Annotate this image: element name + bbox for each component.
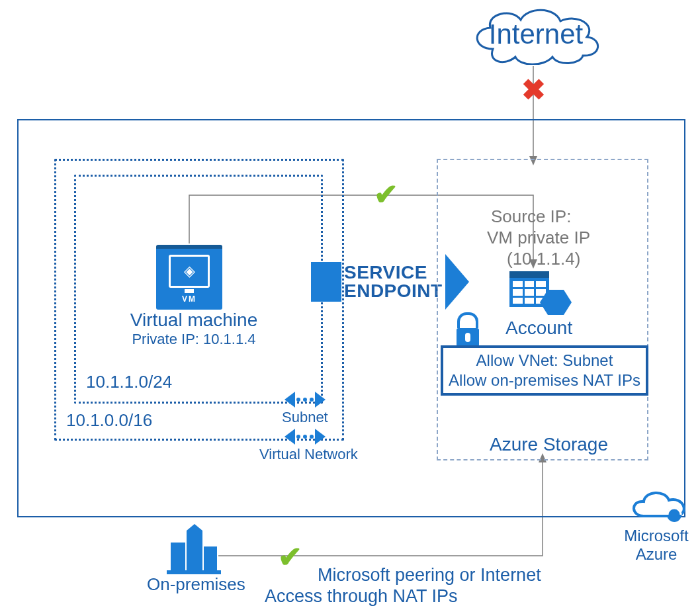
internet-label: Internet [466,19,605,50]
subnet-cidr: 10.1.1.0/24 [86,372,172,392]
azure-storage-box [437,159,648,460]
source-ip-line1: Source IP: [491,206,571,227]
diagram-canvas: Internet ✖ ◈ VM Virtual machine Private … [0,0,700,610]
check-icon: ✔ [374,177,398,211]
vm-icon: ◈ VM [156,245,222,310]
azure-brand-line2: Azure [617,545,696,564]
internet-cloud: Internet [466,4,605,67]
vm-title: Virtual machine [124,310,263,331]
azure-brand-line1: Microsoft [617,527,696,545]
service-endpoint-line1: SERVICE [344,263,443,282]
svg-rect-8 [204,546,217,572]
azure-cloud-icon [622,487,695,527]
acl-line1: Allow VNet: Subnet [447,351,642,370]
svg-rect-6 [187,531,202,572]
storage-acl-box: Allow VNet: Subnet Allow on-premises NAT… [441,345,648,396]
source-ip-line2: VM private IP [487,228,590,248]
acl-line2: Allow on-premises NAT IPs [447,370,642,390]
peering-line1: Microsoft peering or Internet [318,565,541,586]
svg-marker-7 [187,524,202,531]
check-icon: ✔ [278,540,302,574]
peering-line2: Access through NAT IPs [265,586,458,607]
vm-private-ip: Private IP: 10.1.1.4 [124,331,263,348]
vm-tile-caption: VM [182,294,197,304]
subnet-label: Subnet [282,409,328,426]
service-endpoint-line2: ENDPOINT [344,282,443,300]
lock-icon [457,312,479,347]
source-ip-line3: (10.1.1.4) [507,249,580,269]
cross-icon: ✖ [521,73,546,107]
buildings-icon [164,524,224,577]
on-premises-label: On-premises [147,574,245,595]
account-label: Account [505,318,572,339]
bidirectional-arrow-icon [284,392,326,408]
svg-rect-5 [171,543,185,572]
vnet-cidr: 10.1.0.0/16 [66,410,152,431]
bidirectional-arrow-icon [284,429,326,445]
azure-storage-label: Azure Storage [490,434,608,455]
virtual-network-label: Virtual Network [259,446,358,463]
